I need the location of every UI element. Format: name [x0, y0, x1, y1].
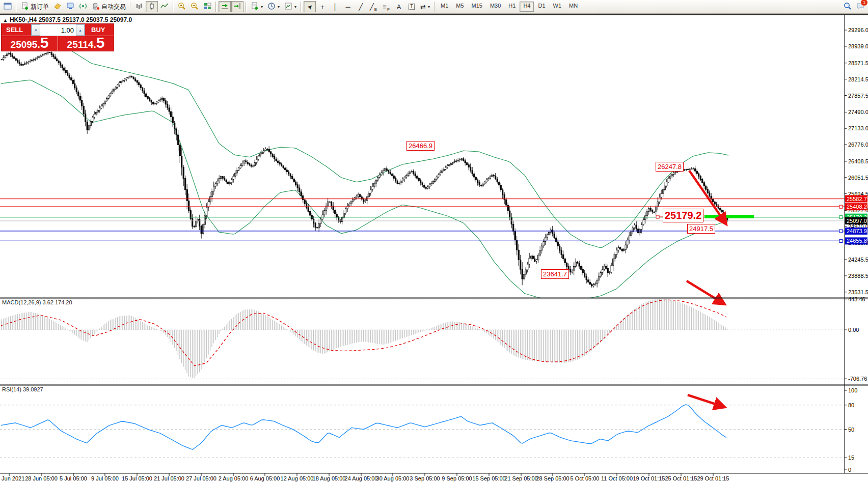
date-axis-label: 28 Jun 05:00 [25, 475, 58, 481]
notifications-button[interactable]: 1 [854, 1, 866, 12]
layout-icon-icon [53, 2, 62, 12]
dropdown-caret-icon[interactable]: ▾ [278, 5, 280, 9]
line-chart-button[interactable] [158, 1, 171, 12]
window-divider [0, 14, 868, 15]
market-watch-icon[interactable] [64, 1, 76, 12]
price-annotation[interactable]: 26247.8 [656, 162, 684, 172]
fibonacci-button[interactable]: ≡F [380, 1, 392, 12]
macd-axis-tick: -706.76 [848, 376, 867, 382]
timeframe-button-d1[interactable]: D1 [534, 2, 549, 12]
market-watch-icon-icon [66, 2, 74, 12]
indicators-button[interactable]: ▾ [249, 1, 265, 12]
date-axis-label: 30 Aug 05:00 [376, 475, 410, 481]
text-button[interactable]: A [393, 1, 405, 12]
dropdown-caret-icon[interactable]: ▾ [428, 5, 430, 9]
cursor-button[interactable]: ➤ [304, 1, 316, 12]
templates-button[interactable]: ▾ [282, 1, 299, 12]
sell-button[interactable]: SELL [2, 24, 31, 36]
timeframe-button-w1[interactable]: W1 [550, 2, 565, 12]
zoom-out-button[interactable] [188, 1, 201, 12]
signal-icon[interactable] [77, 1, 89, 12]
text-label-icon: T [409, 4, 415, 10]
auto-scroll-icon [221, 2, 229, 12]
price-axis-tick: 28214.5 [848, 76, 868, 82]
periods-button[interactable]: ▾ [265, 1, 282, 12]
text-label-button[interactable]: T [405, 1, 418, 12]
zoom-in-icon [178, 2, 186, 12]
date-axis-label: 15 Jul 05:00 [122, 475, 152, 481]
price-axis-tick: 26051.5 [848, 175, 868, 181]
date-axis-label: 5 Jul 05:00 [60, 475, 87, 481]
bar-chart-button[interactable] [133, 1, 145, 12]
price-axis-tick: 23888.5 [848, 273, 868, 279]
date-axis-label: 9 Jul 05:00 [91, 475, 119, 481]
search-button[interactable] [842, 1, 854, 12]
line-chart-icon [160, 2, 169, 12]
timeframe-button-m15[interactable]: M15 [468, 2, 486, 12]
arrows-button[interactable]: ⇄▾ [418, 1, 432, 12]
price-annotation[interactable]: 24917.5 [687, 224, 715, 234]
timeframe-button-m5[interactable]: M5 [452, 2, 467, 12]
macd-axis-tick: 443.46 [848, 296, 865, 302]
support-zone[interactable] [704, 215, 754, 218]
price-axis-tick: 28571.5 [848, 60, 868, 66]
rsi-indicator-label: RSI(14) 39.0927 [2, 386, 43, 392]
price-axis-tick: 26776.0 [848, 141, 868, 148]
arrows-icon: ⇄ [420, 4, 426, 10]
timeframe-button-mn[interactable]: MN [565, 2, 581, 12]
tile-windows-button[interactable] [201, 1, 213, 12]
volume-spinner: ▼ 1.00 ▲ [31, 24, 85, 36]
channel-button[interactable]: ╱E [367, 1, 379, 12]
cursor-icon: ➤ [306, 3, 314, 11]
price-marker-label: 25408.2 [847, 204, 867, 210]
chart-window-icon[interactable] [2, 1, 14, 12]
one-click-trading-panel: SELL ▼ 1.00 ▲ BUY 25095.5 25114.5 [2, 24, 114, 51]
crosshair-icon: + [320, 4, 324, 10]
timeframe-button-h1[interactable]: H1 [505, 2, 519, 12]
price-annotation[interactable]: 25179.2 [663, 209, 703, 222]
new-order-button[interactable]: 新订单 [19, 1, 51, 12]
chart-shift-icon [233, 2, 241, 12]
price-marker-label: 25582.7 [847, 196, 867, 202]
dropdown-caret-icon[interactable]: ▾ [261, 5, 263, 9]
price-axis-tick: 24245.5 [848, 257, 868, 263]
date-axis-label: 29 Oct 01:15 [697, 475, 729, 481]
timeframe-button-m30[interactable]: M30 [486, 2, 504, 12]
horizontal-line-icon: ─ [345, 4, 350, 10]
price-axis-tick: 23531.5 [848, 289, 868, 295]
tile-windows-icon [203, 2, 211, 12]
vertical-line-button[interactable]: │ [329, 1, 341, 12]
collapse-icon[interactable]: ▲ [3, 18, 8, 23]
auto-trading-button[interactable]: 自动交易 [90, 1, 128, 12]
volume-increase-button[interactable]: ▲ [76, 24, 85, 36]
price-annotation[interactable]: 23641.7 [541, 269, 569, 279]
zoom-in-button[interactable] [176, 1, 188, 12]
volume-decrease-button[interactable]: ▼ [32, 24, 40, 36]
price-annotation[interactable]: 26466.9 [406, 141, 435, 151]
text-icon: A [397, 4, 401, 10]
chart-canvas[interactable]: 29296.028939.028571.528214.527857.527490… [0, 0, 868, 482]
timeframe-button-m1[interactable]: M1 [437, 2, 452, 12]
toolbar-separator [301, 2, 302, 12]
auto-scroll-button[interactable] [219, 1, 231, 12]
rsi-axis-tick: 80 [848, 402, 854, 408]
toolbar-separator [173, 2, 174, 12]
date-axis-label: 22 Jun 2021 [0, 475, 24, 481]
price-axis-tick: 29296.0 [848, 27, 868, 33]
price-axis-tick: 27490.0 [848, 109, 868, 115]
trendline-button[interactable]: ╱ [355, 1, 367, 12]
price-axis-tick: 27857.5 [848, 93, 868, 99]
crosshair-button[interactable]: + [316, 1, 329, 12]
channel-icon: ╱ [370, 4, 374, 10]
trend-arrow[interactable] [687, 281, 723, 303]
price-axis-tick: 27133.0 [848, 125, 868, 131]
buy-price[interactable]: 25114.5 [58, 36, 114, 51]
horizontal-line-button[interactable]: ─ [342, 1, 354, 12]
sell-price[interactable]: 25095.5 [2, 36, 58, 51]
dropdown-caret-icon[interactable]: ▾ [294, 5, 296, 9]
chart-shift-button[interactable] [231, 1, 243, 12]
timeframe-button-h4[interactable]: H4 [520, 2, 534, 12]
candlestick-button[interactable] [146, 1, 158, 12]
ohlc-values: 25037.5 25137.0 25037.5 25097.0 [39, 16, 132, 23]
layout-icon[interactable] [51, 1, 64, 12]
